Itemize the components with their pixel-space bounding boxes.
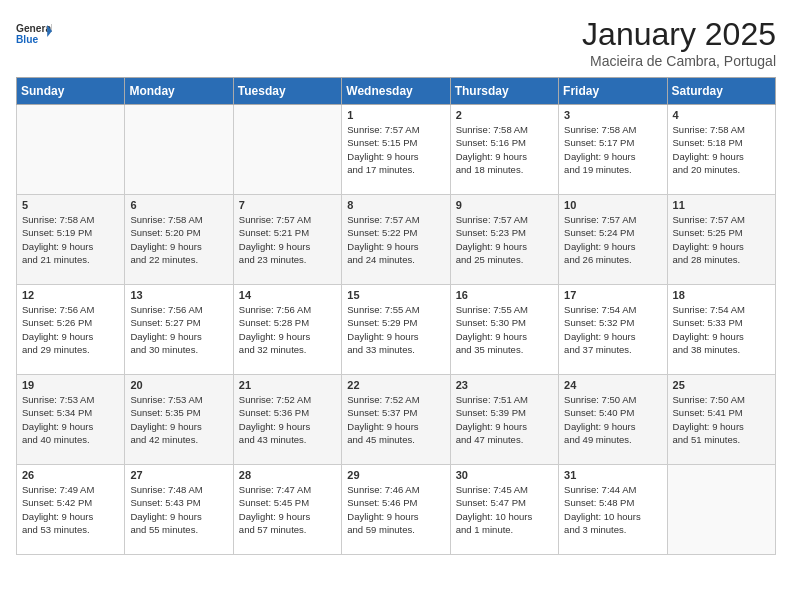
- calendar-cell: 19Sunrise: 7:53 AM Sunset: 5:34 PM Dayli…: [17, 375, 125, 465]
- day-info: Sunrise: 7:52 AM Sunset: 5:37 PM Dayligh…: [347, 393, 444, 446]
- day-number: 16: [456, 289, 553, 301]
- day-number: 18: [673, 289, 770, 301]
- calendar-cell: [125, 105, 233, 195]
- day-number: 31: [564, 469, 661, 481]
- day-info: Sunrise: 7:56 AM Sunset: 5:28 PM Dayligh…: [239, 303, 336, 356]
- calendar-cell: 15Sunrise: 7:55 AM Sunset: 5:29 PM Dayli…: [342, 285, 450, 375]
- calendar-cell: 26Sunrise: 7:49 AM Sunset: 5:42 PM Dayli…: [17, 465, 125, 555]
- logo: General Blue: [16, 16, 52, 52]
- weekday-header: Saturday: [667, 78, 775, 105]
- calendar-subtitle: Macieira de Cambra, Portugal: [582, 53, 776, 69]
- calendar-cell: 8Sunrise: 7:57 AM Sunset: 5:22 PM Daylig…: [342, 195, 450, 285]
- day-number: 6: [130, 199, 227, 211]
- day-info: Sunrise: 7:45 AM Sunset: 5:47 PM Dayligh…: [456, 483, 553, 536]
- day-info: Sunrise: 7:53 AM Sunset: 5:35 PM Dayligh…: [130, 393, 227, 446]
- weekday-header: Wednesday: [342, 78, 450, 105]
- calendar-cell: 7Sunrise: 7:57 AM Sunset: 5:21 PM Daylig…: [233, 195, 341, 285]
- weekday-header: Sunday: [17, 78, 125, 105]
- weekday-header: Monday: [125, 78, 233, 105]
- calendar-title: January 2025: [582, 16, 776, 53]
- day-number: 3: [564, 109, 661, 121]
- calendar-cell: 28Sunrise: 7:47 AM Sunset: 5:45 PM Dayli…: [233, 465, 341, 555]
- day-info: Sunrise: 7:57 AM Sunset: 5:24 PM Dayligh…: [564, 213, 661, 266]
- day-number: 30: [456, 469, 553, 481]
- day-info: Sunrise: 7:58 AM Sunset: 5:19 PM Dayligh…: [22, 213, 119, 266]
- calendar-week-row: 19Sunrise: 7:53 AM Sunset: 5:34 PM Dayli…: [17, 375, 776, 465]
- calendar-cell: [667, 465, 775, 555]
- day-number: 27: [130, 469, 227, 481]
- day-info: Sunrise: 7:50 AM Sunset: 5:40 PM Dayligh…: [564, 393, 661, 446]
- calendar-cell: 27Sunrise: 7:48 AM Sunset: 5:43 PM Dayli…: [125, 465, 233, 555]
- calendar-cell: 18Sunrise: 7:54 AM Sunset: 5:33 PM Dayli…: [667, 285, 775, 375]
- day-number: 7: [239, 199, 336, 211]
- day-info: Sunrise: 7:57 AM Sunset: 5:21 PM Dayligh…: [239, 213, 336, 266]
- calendar-cell: 12Sunrise: 7:56 AM Sunset: 5:26 PM Dayli…: [17, 285, 125, 375]
- day-number: 17: [564, 289, 661, 301]
- svg-text:General: General: [16, 23, 52, 34]
- day-number: 25: [673, 379, 770, 391]
- day-info: Sunrise: 7:55 AM Sunset: 5:30 PM Dayligh…: [456, 303, 553, 356]
- day-info: Sunrise: 7:54 AM Sunset: 5:33 PM Dayligh…: [673, 303, 770, 356]
- calendar-cell: 29Sunrise: 7:46 AM Sunset: 5:46 PM Dayli…: [342, 465, 450, 555]
- day-info: Sunrise: 7:56 AM Sunset: 5:27 PM Dayligh…: [130, 303, 227, 356]
- day-number: 26: [22, 469, 119, 481]
- day-number: 1: [347, 109, 444, 121]
- day-info: Sunrise: 7:58 AM Sunset: 5:17 PM Dayligh…: [564, 123, 661, 176]
- calendar-header-row: SundayMondayTuesdayWednesdayThursdayFrid…: [17, 78, 776, 105]
- day-info: Sunrise: 7:49 AM Sunset: 5:42 PM Dayligh…: [22, 483, 119, 536]
- day-number: 11: [673, 199, 770, 211]
- day-number: 13: [130, 289, 227, 301]
- day-number: 10: [564, 199, 661, 211]
- day-number: 19: [22, 379, 119, 391]
- weekday-header: Friday: [559, 78, 667, 105]
- day-number: 14: [239, 289, 336, 301]
- calendar-week-row: 1Sunrise: 7:57 AM Sunset: 5:15 PM Daylig…: [17, 105, 776, 195]
- day-number: 24: [564, 379, 661, 391]
- day-info: Sunrise: 7:48 AM Sunset: 5:43 PM Dayligh…: [130, 483, 227, 536]
- calendar-cell: 2Sunrise: 7:58 AM Sunset: 5:16 PM Daylig…: [450, 105, 558, 195]
- day-number: 22: [347, 379, 444, 391]
- weekday-header: Tuesday: [233, 78, 341, 105]
- day-number: 15: [347, 289, 444, 301]
- calendar-cell: 4Sunrise: 7:58 AM Sunset: 5:18 PM Daylig…: [667, 105, 775, 195]
- day-info: Sunrise: 7:56 AM Sunset: 5:26 PM Dayligh…: [22, 303, 119, 356]
- calendar-cell: 20Sunrise: 7:53 AM Sunset: 5:35 PM Dayli…: [125, 375, 233, 465]
- calendar-cell: 17Sunrise: 7:54 AM Sunset: 5:32 PM Dayli…: [559, 285, 667, 375]
- day-number: 8: [347, 199, 444, 211]
- calendar-week-row: 12Sunrise: 7:56 AM Sunset: 5:26 PM Dayli…: [17, 285, 776, 375]
- calendar-cell: 21Sunrise: 7:52 AM Sunset: 5:36 PM Dayli…: [233, 375, 341, 465]
- calendar-cell: 30Sunrise: 7:45 AM Sunset: 5:47 PM Dayli…: [450, 465, 558, 555]
- day-info: Sunrise: 7:46 AM Sunset: 5:46 PM Dayligh…: [347, 483, 444, 536]
- calendar-cell: 1Sunrise: 7:57 AM Sunset: 5:15 PM Daylig…: [342, 105, 450, 195]
- weekday-header: Thursday: [450, 78, 558, 105]
- calendar-cell: [233, 105, 341, 195]
- day-number: 20: [130, 379, 227, 391]
- calendar-table: SundayMondayTuesdayWednesdayThursdayFrid…: [16, 77, 776, 555]
- calendar-cell: 10Sunrise: 7:57 AM Sunset: 5:24 PM Dayli…: [559, 195, 667, 285]
- day-number: 2: [456, 109, 553, 121]
- day-info: Sunrise: 7:57 AM Sunset: 5:22 PM Dayligh…: [347, 213, 444, 266]
- calendar-cell: 3Sunrise: 7:58 AM Sunset: 5:17 PM Daylig…: [559, 105, 667, 195]
- calendar-cell: 14Sunrise: 7:56 AM Sunset: 5:28 PM Dayli…: [233, 285, 341, 375]
- day-number: 5: [22, 199, 119, 211]
- calendar-cell: 24Sunrise: 7:50 AM Sunset: 5:40 PM Dayli…: [559, 375, 667, 465]
- logo-svg: General Blue: [16, 16, 52, 52]
- day-info: Sunrise: 7:54 AM Sunset: 5:32 PM Dayligh…: [564, 303, 661, 356]
- day-info: Sunrise: 7:44 AM Sunset: 5:48 PM Dayligh…: [564, 483, 661, 536]
- day-info: Sunrise: 7:55 AM Sunset: 5:29 PM Dayligh…: [347, 303, 444, 356]
- calendar-cell: 16Sunrise: 7:55 AM Sunset: 5:30 PM Dayli…: [450, 285, 558, 375]
- calendar-cell: 11Sunrise: 7:57 AM Sunset: 5:25 PM Dayli…: [667, 195, 775, 285]
- calendar-cell: 9Sunrise: 7:57 AM Sunset: 5:23 PM Daylig…: [450, 195, 558, 285]
- calendar-cell: 31Sunrise: 7:44 AM Sunset: 5:48 PM Dayli…: [559, 465, 667, 555]
- day-number: 21: [239, 379, 336, 391]
- svg-text:Blue: Blue: [16, 34, 38, 45]
- day-info: Sunrise: 7:58 AM Sunset: 5:20 PM Dayligh…: [130, 213, 227, 266]
- calendar-cell: 25Sunrise: 7:50 AM Sunset: 5:41 PM Dayli…: [667, 375, 775, 465]
- day-info: Sunrise: 7:50 AM Sunset: 5:41 PM Dayligh…: [673, 393, 770, 446]
- day-info: Sunrise: 7:57 AM Sunset: 5:15 PM Dayligh…: [347, 123, 444, 176]
- day-info: Sunrise: 7:57 AM Sunset: 5:23 PM Dayligh…: [456, 213, 553, 266]
- calendar-week-row: 26Sunrise: 7:49 AM Sunset: 5:42 PM Dayli…: [17, 465, 776, 555]
- day-info: Sunrise: 7:47 AM Sunset: 5:45 PM Dayligh…: [239, 483, 336, 536]
- day-number: 23: [456, 379, 553, 391]
- day-number: 28: [239, 469, 336, 481]
